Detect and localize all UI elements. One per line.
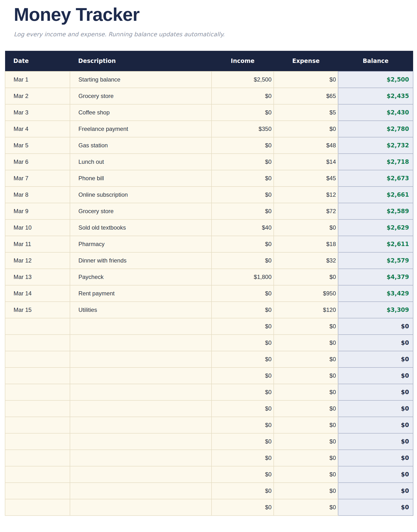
table-row: Mar 11 Pharmacy $0 $18 $2,611 (5, 236, 413, 252)
cell-balance: $0 (338, 433, 413, 450)
table-header-row: Date Description Income Expense Balance (5, 51, 413, 71)
table-row: Mar 13 Paycheck $1,800 $0 $4,379 (5, 269, 413, 285)
cell-expense: $12 (274, 186, 338, 203)
cell-income: $0 (211, 252, 274, 269)
table-body: Mar 1 Starting balance $2,500 $0 $2,500 … (5, 71, 413, 516)
table-row: $0 $0 $0 (5, 384, 413, 400)
cell-balance: $0 (338, 499, 413, 516)
cell-description: Gas station (70, 137, 211, 154)
cell-income: $0 (211, 186, 274, 203)
cell-description (70, 318, 211, 335)
cell-income: $0 (211, 417, 274, 433)
cell-expense: $0 (274, 121, 338, 137)
cell-date (5, 433, 70, 450)
cell-balance: $0 (338, 318, 413, 335)
cell-date (5, 368, 70, 384)
cell-income: $0 (211, 302, 274, 318)
cell-balance: $2,611 (338, 236, 413, 252)
cell-expense: $0 (274, 466, 338, 483)
cell-description (70, 433, 211, 450)
cell-description: Dinner with friends (70, 252, 211, 269)
cell-balance: $2,579 (338, 252, 413, 269)
cell-balance: $2,500 (338, 71, 413, 88)
cell-description (70, 400, 211, 417)
cell-expense: $0 (274, 450, 338, 466)
cell-income: $2,500 (211, 71, 274, 88)
cell-description (70, 368, 211, 384)
table-row: $0 $0 $0 (5, 483, 413, 499)
table-row: Mar 8 Online subscription $0 $12 $2,661 (5, 186, 413, 203)
table-row: $0 $0 $0 (5, 335, 413, 351)
cell-balance: $2,661 (338, 186, 413, 203)
cell-date (5, 450, 70, 466)
cell-expense: $18 (274, 236, 338, 252)
cell-balance: $2,435 (338, 88, 413, 104)
cell-balance: $2,629 (338, 219, 413, 236)
cell-expense: $0 (274, 351, 338, 368)
cell-description: Grocery store (70, 203, 211, 219)
cell-date (5, 335, 70, 351)
cell-income: $0 (211, 154, 274, 170)
cell-income: $0 (211, 400, 274, 417)
cell-balance: $2,780 (338, 121, 413, 137)
cell-date: Mar 5 (5, 137, 70, 154)
cell-income: $0 (211, 450, 274, 466)
table-row: Mar 1 Starting balance $2,500 $0 $2,500 (5, 71, 413, 88)
column-header-expense: Expense (274, 51, 338, 71)
cell-date: Mar 7 (5, 170, 70, 186)
cell-date: Mar 4 (5, 121, 70, 137)
table-row: Mar 15 Utilities $0 $120 $3,309 (5, 302, 413, 318)
cell-description (70, 351, 211, 368)
cell-description (70, 384, 211, 400)
cell-expense: $0 (274, 219, 338, 236)
cell-description (70, 417, 211, 433)
cell-balance: $4,379 (338, 269, 413, 285)
table-row: Mar 7 Phone bill $0 $45 $2,673 (5, 170, 413, 186)
cell-income: $0 (211, 203, 274, 219)
cell-expense: $0 (274, 483, 338, 499)
cell-income: $350 (211, 121, 274, 137)
column-header-balance: Balance (338, 51, 413, 71)
cell-income: $0 (211, 384, 274, 400)
cell-income: $0 (211, 285, 274, 302)
cell-date (5, 499, 70, 516)
cell-income: $0 (211, 170, 274, 186)
cell-balance: $0 (338, 351, 413, 368)
cell-balance: $0 (338, 335, 413, 351)
cell-description: Grocery store (70, 88, 211, 104)
cell-expense: $0 (274, 499, 338, 516)
cell-date: Mar 12 (5, 252, 70, 269)
cell-date: Mar 11 (5, 236, 70, 252)
cell-expense: $0 (274, 71, 338, 88)
cell-description: Paycheck (70, 269, 211, 285)
cell-description: Utilities (70, 302, 211, 318)
cell-date: Mar 13 (5, 269, 70, 285)
cell-expense: $32 (274, 252, 338, 269)
cell-date (5, 466, 70, 483)
table-row: $0 $0 $0 (5, 433, 413, 450)
cell-expense: $0 (274, 335, 338, 351)
cell-description: Lunch out (70, 154, 211, 170)
cell-income: $0 (211, 137, 274, 154)
page-subtitle: Log every income and expense. Running ba… (0, 31, 417, 38)
table-row: Mar 4 Freelance payment $350 $0 $2,780 (5, 121, 413, 137)
cell-income: $0 (211, 318, 274, 335)
cell-date (5, 400, 70, 417)
cell-date (5, 417, 70, 433)
money-tracker-page: Money Tracker Log every income and expen… (0, 0, 417, 532)
cell-balance: $2,589 (338, 203, 413, 219)
cell-description: Starting balance (70, 71, 211, 88)
cell-description: Sold old textbooks (70, 219, 211, 236)
cell-expense: $0 (274, 384, 338, 400)
cell-balance: $3,309 (338, 302, 413, 318)
cell-expense: $0 (274, 269, 338, 285)
cell-date: Mar 8 (5, 186, 70, 203)
page-title: Money Tracker (0, 0, 417, 25)
table-row: Mar 14 Rent payment $0 $950 $3,429 (5, 285, 413, 302)
table-row: $0 $0 $0 (5, 466, 413, 483)
cell-expense: $950 (274, 285, 338, 302)
table-row: $0 $0 $0 (5, 400, 413, 417)
cell-date: Mar 3 (5, 104, 70, 121)
cell-income: $0 (211, 351, 274, 368)
table-row: Mar 2 Grocery store $0 $65 $2,435 (5, 88, 413, 104)
